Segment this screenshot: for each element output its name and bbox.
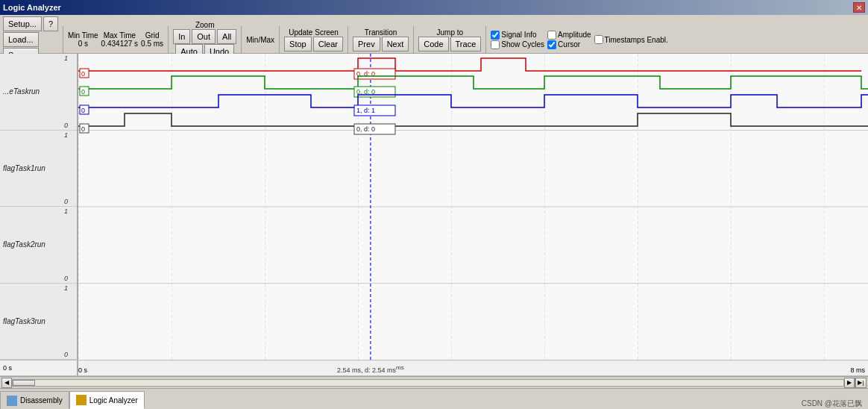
svg-text:0,  d: 0: 0, d: 0: [356, 125, 375, 133]
timestamps-checkbox[interactable]: [594, 35, 603, 44]
timestamps-checkbox-item[interactable]: Timestamps Enabl.: [594, 35, 668, 44]
tab-logic-analyzer[interactable]: Logic Analyzer: [69, 391, 145, 409]
stop-button[interactable]: Stop: [284, 37, 312, 51]
svg-text:0: 0: [81, 125, 85, 133]
zoom-label: Zoom: [195, 21, 215, 29]
status-bar: Disassembly Logic Analyzer CSDN @花落已飘: [0, 388, 868, 409]
jump-trace-button[interactable]: Trace: [450, 37, 482, 51]
waveform-main: ...eTaskrun 1 0 flagTask1run 1 0 flagTas…: [0, 54, 868, 360]
yaxis-2: 1 0: [63, 207, 77, 283]
transition-group: Transition Prev Next: [353, 28, 409, 51]
waveform-svg: 0, d: 0 0, d: 0 1, d: 1 0, d: 0: [78, 54, 868, 360]
cursor-checkbox[interactable]: [547, 40, 556, 49]
timestamps-label: Timestamps Enabl.: [605, 36, 668, 44]
min-time-label: Min Time: [68, 31, 98, 40]
logic-analyzer-tab-label: Logic Analyzer: [89, 396, 138, 405]
title-bar: Logic Analyzer ✕: [0, 0, 868, 15]
update-screen-label: Update Screen: [289, 28, 339, 37]
logic-analyzer-icon: [76, 395, 87, 405]
grid-value: 0.5 ms: [141, 40, 163, 48]
sep1: [63, 26, 63, 53]
show-cycles-checkbox-item[interactable]: Show Cycles: [491, 40, 544, 49]
amplitude-label: Amplitude: [558, 31, 591, 39]
sep4: [279, 26, 280, 53]
scroll-thumb[interactable]: [13, 380, 35, 386]
close-button[interactable]: ✕: [853, 2, 865, 13]
channel-name-2: flagTask2run: [3, 240, 45, 249]
sep5: [347, 26, 348, 53]
zoom-out-button[interactable]: Out: [192, 29, 216, 44]
max-time-group: Max Time 0.434127 s: [101, 31, 139, 48]
horizontal-scrollbar[interactable]: ◀ ▶ ▶|: [0, 376, 868, 388]
disassembly-icon: [7, 396, 17, 406]
jump-code-button[interactable]: Code: [418, 37, 448, 51]
channel-labels: ...eTaskrun 1 0 flagTask1run 1 0 flagTas…: [0, 54, 78, 360]
signal-info-label: Signal Info: [501, 31, 536, 39]
show-cycles-label: Show Cycles: [501, 40, 544, 49]
brand-label: CSDN @花落已飘: [802, 399, 868, 409]
tab-disassembly[interactable]: Disassembly: [0, 391, 69, 409]
yaxis-3: 1 0: [63, 284, 77, 360]
max-time-value: 0.434127 s: [101, 40, 139, 48]
channel-row-0: ...eTaskrun 1 0: [0, 54, 77, 131]
cursor-label: Cursor: [558, 40, 580, 49]
max-time-label: Max Time: [104, 31, 136, 40]
jumpto-label: Jump to: [436, 28, 463, 37]
jumpto-group: Jump to Code Trace: [418, 28, 481, 51]
time-zero: 0 s: [78, 366, 87, 374]
checkbox-group3: Timestamps Enabl.: [594, 35, 668, 44]
brand-text: CSDN @花落已飘: [802, 399, 862, 408]
time-start-label: 0 s: [3, 364, 12, 372]
time-end-label: 8 ms: [850, 366, 865, 374]
window-title: Logic Analyzer: [3, 3, 61, 12]
time-axis: 0 s 0 s 2.54 ms, d: 2.54 msms 8 ms: [0, 360, 868, 376]
load-button[interactable]: Load...: [3, 32, 39, 47]
channel-name-3: flagTask3run: [3, 317, 45, 325]
waveform-section: ...eTaskrun 1 0 flagTask1run 1 0 flagTas…: [0, 54, 868, 388]
toolbar: Setup... ? Load... Save... Min Time 0 s …: [0, 15, 868, 54]
zoom-all-button[interactable]: All: [217, 29, 236, 44]
signal-info-checkbox-item[interactable]: Signal Info: [491, 31, 544, 40]
setup-button[interactable]: Setup...: [3, 16, 42, 31]
yaxis-0: 1 0: [63, 54, 77, 130]
transition-label: Transition: [365, 28, 397, 37]
channel-row-2: flagTask2run 1 0: [0, 207, 77, 284]
zoom-group: Zoom In Out All Auto Undo: [173, 21, 236, 59]
clear-button[interactable]: Clear: [313, 37, 343, 51]
svg-text:0: 0: [81, 107, 85, 114]
checkbox-group2: Amplitude Cursor: [547, 31, 591, 49]
yaxis-1: 1 0: [63, 131, 77, 207]
disassembly-tab-label: Disassembly: [20, 396, 63, 405]
scroll-left-button[interactable]: ◀: [1, 378, 12, 388]
help-button[interactable]: ?: [43, 16, 58, 31]
sep6: [413, 26, 414, 53]
scroll-right-button[interactable]: ▶: [844, 378, 855, 388]
amplitude-checkbox[interactable]: [547, 31, 556, 40]
show-cycles-checkbox[interactable]: [491, 40, 500, 49]
grid-label: Grid: [145, 31, 160, 40]
time-axis-left: 0 s: [0, 360, 78, 375]
signal-info-checkbox[interactable]: [491, 31, 500, 40]
channel-row-1: flagTask1run 1 0: [0, 131, 77, 207]
minmax-label: Min/Max: [246, 36, 274, 44]
checkbox-group: Signal Info Show Cycles: [491, 31, 544, 49]
grid-group: Grid 0.5 ms: [141, 31, 163, 48]
channel-name-0: ...eTaskrun: [3, 87, 40, 96]
sep3: [241, 26, 242, 53]
channel-name-1: flagTask1run: [3, 164, 45, 172]
svg-text:0: 0: [81, 88, 85, 96]
svg-text:1,  d: 1: 1, d: 1: [356, 107, 375, 114]
zoom-in-button[interactable]: In: [173, 29, 190, 44]
sep2: [168, 26, 169, 53]
min-time-value: 0 s: [78, 40, 88, 48]
trans-next-button[interactable]: Next: [382, 37, 409, 51]
time-cursor-label: 2.54 ms, d: 2.54 msms: [337, 364, 404, 374]
scroll-end-button[interactable]: ▶|: [855, 378, 867, 388]
svg-text:0: 0: [81, 70, 85, 78]
cursor-checkbox-item[interactable]: Cursor: [547, 40, 591, 49]
trans-prev-button[interactable]: Prev: [353, 37, 380, 51]
scroll-track[interactable]: [12, 379, 844, 387]
amplitude-checkbox-item[interactable]: Amplitude: [547, 31, 591, 40]
waveform-svg-container[interactable]: 0, d: 0 0, d: 0 1, d: 1 0, d: 0: [78, 54, 868, 360]
sep7: [485, 26, 486, 53]
